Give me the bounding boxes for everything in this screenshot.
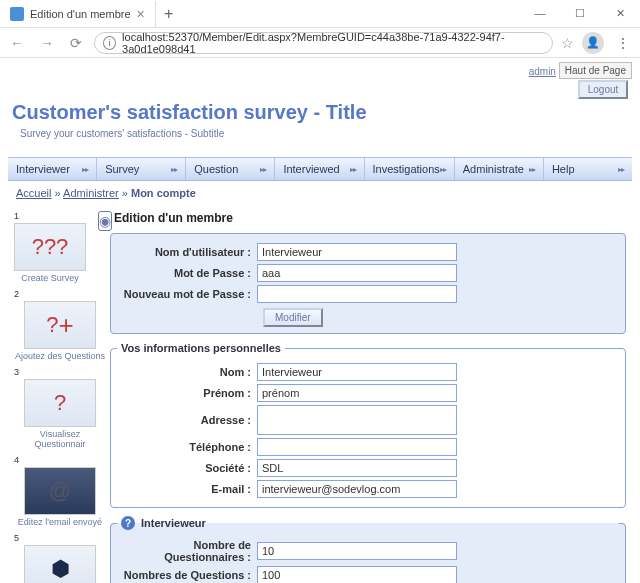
- sidebar-item-4[interactable]: 4 @ Editez l'email envoyé: [14, 455, 106, 527]
- menu-question[interactable]: Question▸▸: [186, 158, 275, 180]
- email-icon: @: [24, 467, 96, 515]
- new-tab-button[interactable]: +: [156, 5, 182, 23]
- bookmark-icon[interactable]: ☆: [561, 35, 574, 51]
- sidebar-item-5[interactable]: 5 ⬢ Editez page d'accueil: [14, 533, 106, 583]
- browser-titlebar: Edition d'un membre × + — ☐ ✕: [0, 0, 640, 28]
- panel-title: Edition d'un membre: [114, 211, 626, 225]
- sidebar: 1 ??? Create Survey ◉ 2 ?+ Ajoutez des Q…: [14, 211, 106, 583]
- prenom-input[interactable]: [257, 384, 457, 402]
- browser-menu-icon[interactable]: ⋮: [612, 35, 634, 51]
- back-button[interactable]: ←: [6, 35, 28, 51]
- help-icon[interactable]: ?: [121, 516, 135, 530]
- breadcrumb: Accueil » Administrer » Mon compte: [8, 181, 632, 205]
- menu-investigations[interactable]: Investigations▸▸: [365, 158, 455, 180]
- nb-questions-input[interactable]: [257, 566, 457, 583]
- nom-input[interactable]: [257, 363, 457, 381]
- bc-accueil[interactable]: Accueil: [16, 187, 51, 199]
- add-question-icon: ?+: [24, 301, 96, 349]
- societe-input[interactable]: [257, 459, 457, 477]
- page-subtitle: Survey your customers' satisfactions - S…: [20, 128, 632, 139]
- bc-administrer[interactable]: Administrer: [63, 187, 119, 199]
- browser-tab[interactable]: Edition d'un membre ×: [0, 1, 156, 27]
- main-panel: Edition d'un membre Nom d'utilisateur : …: [110, 211, 626, 583]
- menu-interviewer[interactable]: Interviewer▸▸: [8, 158, 97, 180]
- auth-fieldset: Nom d'utilisateur : Mot de Passe : Nouve…: [110, 233, 626, 334]
- new-password-input[interactable]: [257, 285, 457, 303]
- profile-avatar-icon[interactable]: 👤: [582, 32, 604, 54]
- minimize-button[interactable]: —: [520, 7, 560, 20]
- sidebar-item-1[interactable]: 1 ??? Create Survey: [14, 211, 86, 283]
- interviewer-legend: Intervieweur: [141, 517, 206, 529]
- main-menu: Interviewer▸▸ Survey▸▸ Question▸▸ Interv…: [8, 157, 632, 181]
- menu-help[interactable]: Help▸▸: [544, 158, 632, 180]
- view-questionnaire-icon: ?: [24, 379, 96, 427]
- address-bar[interactable]: i localhost:52370/Member/Edit.aspx?Membr…: [94, 32, 553, 54]
- menu-survey[interactable]: Survey▸▸: [97, 158, 186, 180]
- telephone-input[interactable]: [257, 438, 457, 456]
- browser-toolbar: ← → ⟳ i localhost:52370/Member/Edit.aspx…: [0, 28, 640, 58]
- page-title: Customer's satisfaction survey - Title: [12, 101, 632, 124]
- tab-title: Edition d'un membre: [30, 8, 131, 20]
- interviewer-fieldset: ?Intervieweur Nombre de Questionnaires :…: [110, 516, 626, 583]
- top-links: admin | Administrateur: [8, 66, 632, 77]
- maximize-button[interactable]: ☐: [560, 7, 600, 20]
- haut-page-tooltip: Haut de Page: [559, 62, 632, 79]
- nb-questionnaires-input[interactable]: [257, 542, 457, 560]
- email-input[interactable]: [257, 480, 457, 498]
- tab-close-icon[interactable]: ×: [137, 6, 145, 22]
- password-input[interactable]: [257, 264, 457, 282]
- admin-link[interactable]: admin: [529, 66, 556, 77]
- menu-interviewed[interactable]: Interviewed▸▸: [275, 158, 364, 180]
- username-input[interactable]: [257, 243, 457, 261]
- survey-icon: ???: [14, 223, 86, 271]
- modifier-button[interactable]: Modifier: [263, 308, 323, 327]
- favicon-icon: [10, 7, 24, 21]
- reload-button[interactable]: ⟳: [66, 35, 86, 51]
- personal-fieldset: Vos informations personnelles Nom : Prén…: [110, 342, 626, 508]
- logout-button[interactable]: Logout: [578, 80, 628, 99]
- personal-legend: Vos informations personnelles: [117, 342, 285, 354]
- close-button[interactable]: ✕: [600, 7, 640, 20]
- menu-administrate[interactable]: Administrate▸▸: [455, 158, 544, 180]
- sidebar-item-3[interactable]: 3 ? Visualisez Questionnair: [14, 367, 106, 449]
- sidebar-item-2[interactable]: 2 ?+ Ajoutez des Questions: [14, 289, 106, 361]
- adresse-input[interactable]: [257, 405, 457, 435]
- url-text: localhost:52370/Member/Edit.aspx?MembreG…: [122, 31, 544, 55]
- window-controls: — ☐ ✕: [520, 7, 640, 20]
- site-info-icon[interactable]: i: [103, 36, 116, 50]
- forward-button[interactable]: →: [36, 35, 58, 51]
- home-icon: ⬢: [24, 545, 96, 583]
- bc-current: Mon compte: [131, 187, 196, 199]
